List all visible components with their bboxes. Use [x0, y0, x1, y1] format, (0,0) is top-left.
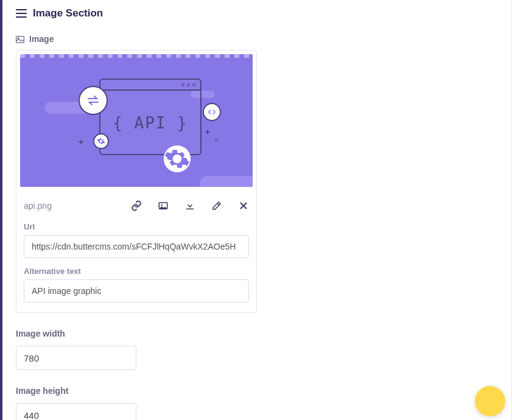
panel-header: Image Section — [16, 7, 497, 19]
image-height-input[interactable] — [16, 403, 136, 420]
close-icon[interactable] — [238, 200, 249, 211]
image-field-label: Image — [16, 34, 497, 44]
plus-decor-icon: + — [205, 127, 210, 137]
image-actions — [131, 200, 249, 211]
edit-icon[interactable] — [211, 200, 222, 211]
preview-api-text: { API } — [100, 114, 200, 132]
drag-handle-icon[interactable] — [16, 9, 27, 18]
image-filename: api.png — [24, 201, 52, 211]
swap-icon — [79, 86, 108, 115]
svg-point-4 — [161, 204, 163, 205]
dot-decor-icon — [215, 138, 218, 141]
chat-fab-button[interactable] — [475, 386, 505, 416]
image-height-label: Image height — [16, 386, 497, 396]
link-icon[interactable] — [131, 200, 142, 211]
alt-input[interactable] — [24, 279, 249, 303]
image-preview[interactable]: { API } + + — [20, 54, 253, 187]
image-field-label-text: Image — [29, 34, 54, 44]
image-card: { API } + + api.png — [16, 50, 257, 313]
url-label: Url — [24, 222, 253, 231]
url-input[interactable] — [24, 235, 249, 258]
gear-icon — [93, 133, 109, 149]
image-width-label: Image width — [16, 329, 497, 338]
alt-label: Alternative text — [24, 267, 253, 276]
svg-rect-0 — [16, 37, 24, 43]
gear-large-icon — [164, 145, 191, 172]
download-icon[interactable] — [184, 200, 195, 211]
image-width-input[interactable] — [16, 346, 136, 370]
panel-title: Image Section — [33, 7, 103, 19]
image-icon — [16, 35, 24, 43]
plus-decor-icon: + — [79, 137, 83, 147]
code-icon — [203, 103, 221, 121]
image-replace-icon[interactable] — [158, 200, 169, 211]
